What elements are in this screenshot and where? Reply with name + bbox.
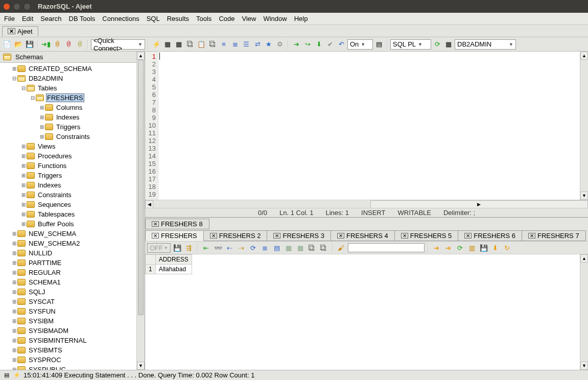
refresh-icon[interactable]: ⟳ xyxy=(432,39,442,50)
menu-code[interactable]: Code xyxy=(219,15,234,22)
tree-node[interactable]: ⊞NEW_SCHEMA2 xyxy=(0,239,145,248)
close-icon[interactable]: ✕ xyxy=(273,233,280,239)
tree-node[interactable]: ⊞NULLID xyxy=(0,248,145,258)
tree-node[interactable]: ⊞Sequences xyxy=(0,200,145,209)
save-results-icon[interactable]: 💾 xyxy=(172,243,182,253)
navigator-tree[interactable]: ⊞CREATED_SCHEMA⊟DB2ADMIN⊟Tables⊟FRESHERS… xyxy=(0,63,145,370)
scroll-right-icon[interactable]: ▶ xyxy=(370,200,589,208)
results-tab[interactable]: ✕FRESHERS 5 xyxy=(394,230,459,241)
window-close-button[interactable] xyxy=(3,3,10,10)
scroll-left-icon[interactable]: ◀ xyxy=(145,200,153,208)
tree-twisty-icon[interactable]: ⊞ xyxy=(11,66,17,72)
edit-table-icon[interactable]: ▦ xyxy=(174,39,184,50)
grid-icon[interactable]: ▦ xyxy=(443,39,454,50)
sort-icon[interactable]: ⇄ xyxy=(252,39,263,50)
tree-node[interactable]: ⊞Constraints xyxy=(0,132,145,141)
tree-twisty-icon[interactable]: ⊞ xyxy=(20,202,27,207)
results-tab[interactable]: ✕FRESHERS 8 xyxy=(145,219,209,229)
new-file-icon[interactable]: 📄 xyxy=(2,39,12,50)
close-icon[interactable]: ✕ xyxy=(337,233,344,239)
scroll-up-icon[interactable]: ▲ xyxy=(137,52,145,60)
tree-node[interactable]: ⊞Constraints xyxy=(0,190,145,200)
menu-connections[interactable]: Connections xyxy=(102,15,139,22)
tree-twisty-icon[interactable]: ⊞ xyxy=(20,221,27,227)
results-vscrollbar[interactable]: ▲ ▼ xyxy=(580,254,588,370)
tree-twisty-icon[interactable]: ⊞ xyxy=(11,241,17,246)
results-tab[interactable]: ✕FRESHERS xyxy=(145,230,204,241)
tree-node[interactable]: ⊞Columns xyxy=(0,103,145,112)
tree-twisty-icon[interactable]: ⊞ xyxy=(11,231,17,236)
tree-node[interactable]: ⊞Procedures xyxy=(0,151,145,161)
close-icon[interactable]: ✕ xyxy=(152,221,159,227)
tree-twisty-icon[interactable]: ⊞ xyxy=(11,318,17,324)
results-search-input[interactable] xyxy=(348,243,425,252)
results-tab[interactable]: ✕FRESHERS 4 xyxy=(331,230,395,241)
language-combo[interactable]: SQL PL ▼ xyxy=(390,39,431,50)
copy2-icon[interactable]: ⿻ xyxy=(319,243,329,253)
align-left-icon[interactable]: ≡ xyxy=(219,39,229,50)
tree-node[interactable]: ⊞Indexes xyxy=(0,180,145,190)
down-icon[interactable]: ⬇ xyxy=(490,243,501,253)
tree-node[interactable]: ⊞SYSIBMADM xyxy=(0,326,145,336)
favorite-icon[interactable]: ★ xyxy=(264,39,274,50)
align-center-icon[interactable]: ≣ xyxy=(230,39,240,50)
editor-vscrollbar[interactable]: ▲ ▼ xyxy=(580,52,588,200)
tree-node[interactable]: ⊞CREATED_SCHEMA xyxy=(0,64,145,74)
undo-icon[interactable]: ↶ xyxy=(336,39,346,50)
tree-node[interactable]: ⊞SCHEMA1 xyxy=(0,277,145,287)
column-header[interactable]: ADDRESS xyxy=(155,255,192,265)
nav-prev-icon[interactable]: ⇠ xyxy=(225,243,235,253)
tree-twisty-icon[interactable]: ⊞ xyxy=(39,114,45,120)
table-row[interactable]: 1Allahabad xyxy=(146,265,192,274)
list2-icon[interactable]: ▤ xyxy=(272,243,282,253)
arrow-right-icon[interactable]: ➔ xyxy=(291,39,301,50)
menu-file[interactable]: File xyxy=(4,15,15,22)
tree-twisty-icon[interactable]: ⊞ xyxy=(11,299,17,304)
tree-node[interactable]: ⊞SYSIBMINTERNAL xyxy=(0,336,145,345)
menu-help[interactable]: Help xyxy=(294,15,308,22)
db-remove-icon[interactable]: 🛢 xyxy=(63,39,74,50)
schema-combo[interactable]: DB2ADMIN ▼ xyxy=(455,39,516,50)
grid1-icon[interactable]: ▦ xyxy=(284,243,294,253)
close-icon[interactable]: ✕ xyxy=(528,233,535,239)
close-icon[interactable]: ✕ xyxy=(152,233,159,239)
tree-twisty-icon[interactable]: ⊞ xyxy=(20,173,27,178)
tree-twisty-icon[interactable]: ⊞ xyxy=(20,182,27,188)
arrow-cycle-icon[interactable]: ↪ xyxy=(302,39,313,50)
tree-node[interactable]: ⊞Triggers xyxy=(0,122,145,132)
close-icon[interactable]: ✕ xyxy=(464,233,472,239)
sidebar-scrollbar[interactable]: ▲ ▼ xyxy=(136,52,145,370)
tree-node[interactable]: ⊞NEW_SCHEMA xyxy=(0,229,145,239)
sql-editor[interactable]: 12345678910111213141516171819 ▲ ▼ xyxy=(145,52,588,200)
scroll-down-icon[interactable]: ▼ xyxy=(580,362,588,370)
quick-connect-combo[interactable]: <Quick Connect> ▼ xyxy=(91,39,145,50)
scroll-up-icon[interactable]: ▲ xyxy=(580,254,588,263)
tree-node[interactable]: ⊞SYSPROC xyxy=(0,355,145,365)
tree-twisty-icon[interactable]: ⊞ xyxy=(20,211,27,217)
save-icon[interactable]: 💾 xyxy=(25,39,35,50)
check-icon[interactable]: ✔ xyxy=(325,39,335,50)
tree-twisty-icon[interactable]: ⊞ xyxy=(39,124,45,130)
tree-node[interactable]: ⊞Triggers xyxy=(0,171,145,180)
tree-twisty-icon[interactable]: ⊞ xyxy=(11,279,17,285)
tree-twisty-icon[interactable]: ⊞ xyxy=(11,357,17,363)
connect-icon[interactable]: ➜▮ xyxy=(41,39,51,50)
scroll-thumb[interactable] xyxy=(138,60,144,315)
menu-dbtools[interactable]: DB Tools xyxy=(69,15,96,22)
tree-node[interactable]: ⊞SYSPUBLIC xyxy=(0,365,145,370)
tree-twisty-icon[interactable]: ⊞ xyxy=(11,308,17,314)
scroll-up-icon[interactable]: ▲ xyxy=(580,52,588,60)
arrow-down-icon[interactable]: ⬇ xyxy=(314,39,324,50)
nav-first-icon[interactable]: ⇤ xyxy=(201,243,211,253)
doc-icon[interactable]: ▤ xyxy=(374,39,384,50)
tree-twisty-icon[interactable]: ⊞ xyxy=(11,338,17,343)
copy-results-icon[interactable]: ⿻ xyxy=(307,243,317,253)
tree-node[interactable]: ⊞Tablespaces xyxy=(0,209,145,219)
copy-icon[interactable]: ⿻ xyxy=(185,39,195,50)
results-tab[interactable]: ✕FRESHERS 3 xyxy=(267,230,331,241)
filter-icon[interactable]: ⇶ xyxy=(184,243,194,253)
menu-view[interactable]: View xyxy=(242,15,256,22)
db-disconnect-icon[interactable]: 🛢 xyxy=(75,39,85,50)
tree-node[interactable]: ⊟DB2ADMIN xyxy=(0,74,145,83)
gear-icon[interactable]: ⚙ xyxy=(275,39,285,50)
